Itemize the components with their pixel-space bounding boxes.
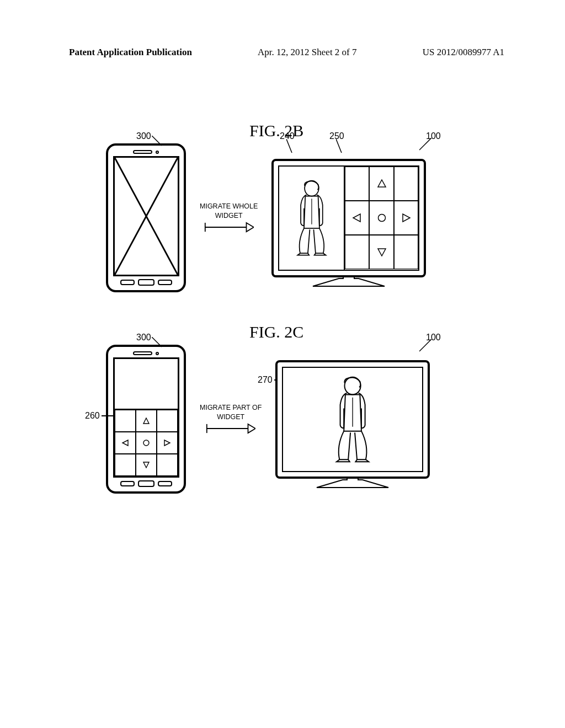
svg-point-19 [143,440,149,446]
ctrl-cell-empty [115,454,136,476]
phone-earpiece-area [133,351,159,355]
person-avatar-icon [328,376,377,463]
svg-marker-15 [378,249,386,256]
up-triangle-icon [142,417,150,425]
ref-tv-right-2b: 250 [329,131,344,141]
down-triangle-icon [142,461,150,469]
ctrl-up [136,410,157,432]
figure-sheet: FIG. 2B 300 [106,110,459,532]
svg-line-0 [152,136,162,146]
down-triangle-icon [377,247,387,257]
migrate-whole-label: MIGRATE WHOLE WIDGET [200,202,258,233]
ctrl-center [136,432,157,454]
ctrl-cell-empty [394,167,419,201]
ref-phone-grid-2c: 260 [85,411,115,421]
left-triangle-icon [352,213,362,223]
phone-button-left [120,481,135,486]
figure-label-2b: FIG. 2B [249,121,303,140]
ctrl-up [369,167,394,201]
phone-button-right [158,280,172,285]
figure-2c: FIG. 2C 300 260 [106,345,459,494]
figure-2b: FIG. 2B 300 [106,143,459,292]
ctrl-cell-empty [345,235,370,269]
ctrl-down [136,454,157,476]
phone-device-2c [106,345,186,494]
ctrl-center [369,201,394,235]
phone-button-home [138,279,154,286]
svg-point-13 [378,214,385,221]
tv-screen-split [278,165,419,271]
svg-marker-12 [353,214,360,222]
phone-screen-top-empty [115,359,178,409]
circle-icon [377,213,387,223]
ctrl-right [394,201,419,235]
migrate-text-l1: MIGRATE PART OF [200,404,262,411]
ctrl-cell-empty [157,454,178,476]
ref-phone-2b: 300 [136,131,151,141]
ctrl-cell-empty [157,410,178,432]
migrate-text-l1: MIGRATE WHOLE [200,202,258,210]
x-icon [115,158,178,275]
svg-marker-21 [143,462,149,468]
tv-stand-icon [314,477,391,489]
arrow-right-icon [204,221,254,233]
header-pub-number: US 2012/0089977 A1 [423,47,504,58]
person-avatar-icon [292,172,331,264]
ref-phone-2c: 300 [136,333,151,342]
svg-line-7 [336,139,342,153]
tv-stand-icon [310,275,387,287]
migrate-text-l2: WIDGET [215,212,243,220]
phone-camera-icon [156,352,159,355]
tv-left-pane-person [279,167,344,270]
header-publication: Patent Application Publication [69,47,192,58]
svg-marker-17 [143,418,149,424]
ctrl-cell-empty [115,410,136,432]
ctrl-left [345,201,370,235]
circle-icon [142,439,150,447]
tv-screen-full [282,367,423,472]
svg-marker-20 [164,440,170,446]
header-date-sheet: Apr. 12, 2012 Sheet 2 of 7 [258,47,356,58]
phone-buttons [120,279,172,286]
right-triangle-icon [401,213,411,223]
tv-device-2c [275,360,430,479]
phone-screen-empty [113,156,179,276]
phone-control-grid [115,409,178,476]
ref-tv-2b: 100 [426,131,441,141]
svg-line-16 [152,337,162,347]
ctrl-right [157,432,178,454]
left-triangle-icon [121,439,129,447]
ctrl-down [369,235,394,269]
up-triangle-icon [377,179,387,189]
right-triangle-icon [163,439,171,447]
svg-marker-24 [248,424,256,433]
phone-speaker-icon [133,351,152,355]
svg-marker-18 [122,440,128,446]
figure-label-2c: FIG. 2C [249,323,303,341]
svg-line-8 [419,138,431,150]
ref-tv-left-2b: 240 [280,131,295,141]
arrow-right-icon [206,422,255,435]
phone-buttons [120,480,172,487]
svg-line-25 [419,339,431,351]
phone-button-left [120,280,135,285]
phone-earpiece-area [133,150,159,154]
ctrl-left [115,432,136,454]
svg-marker-14 [403,214,410,222]
page-header: Patent Application Publication Apr. 12, … [0,47,565,58]
tv-right-pane-controls [345,167,419,270]
phone-device-2b [106,143,186,292]
phone-button-home [138,480,154,487]
phone-speaker-icon [133,150,152,154]
svg-line-6 [286,139,292,153]
phone-button-right [158,481,172,486]
migrate-text-l2: WIDGET [217,413,244,421]
migrate-part-label: MIGRATE PART OF WIDGET [200,404,262,435]
tv-full-pane-person [283,368,422,471]
phone-camera-icon [156,151,159,154]
tv-device-2b [271,159,426,277]
ctrl-cell-empty [345,167,370,201]
svg-marker-5 [246,223,254,232]
phone-screen-controls [113,357,179,478]
ref-tv-2c: 100 [426,333,441,342]
